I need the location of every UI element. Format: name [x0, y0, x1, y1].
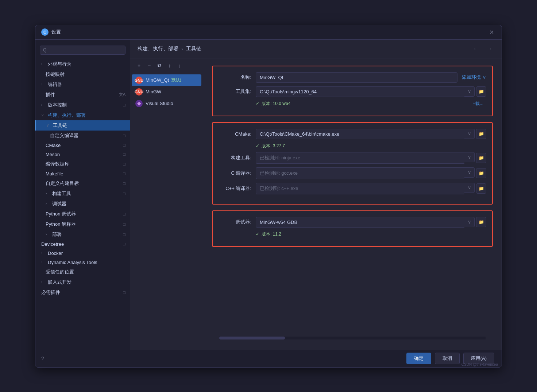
sidebar-item-docker[interactable]: › Docker	[35, 249, 130, 258]
build-tool-placeholder[interactable]: 已检测到: ninja.exe	[256, 152, 464, 164]
sidebar-item-trusted-location[interactable]: 受信任的位置	[35, 267, 130, 277]
name-input-container: 添加环境 ∨	[256, 72, 486, 83]
sidebar-item-devicetree[interactable]: Devicetree □	[35, 240, 130, 249]
help-button[interactable]: ?	[41, 356, 44, 361]
sidebar-item-python-interp[interactable]: Python 解释器 □	[35, 219, 130, 229]
tool-item-visual-studio[interactable]: ◆ Visual Studio	[132, 98, 201, 109]
breadcrumb-separator: ›	[181, 46, 183, 52]
sidebar-item-toolchain[interactable]: ∨ 工具链	[35, 120, 130, 131]
cmake-input[interactable]	[256, 129, 464, 139]
build-tool-input-group: 已检测到: ninja.exe ∨	[256, 152, 475, 164]
cmake-input-group: ∨	[256, 129, 475, 139]
sidebar-item-vcs[interactable]: › 版本控制 □	[35, 100, 130, 110]
cmake-row: CMake: ∨ 📁	[219, 129, 486, 139]
debugger-dropdown-button[interactable]: ∨	[464, 217, 475, 227]
toolset-input[interactable]	[256, 86, 464, 97]
sidebar-item-debugger[interactable]: › 调试器	[35, 199, 130, 209]
cpp-compiler-input-group: 已检测到: c++.exe ∨	[256, 183, 475, 194]
nav-arrows: ← →	[471, 45, 494, 53]
close-button[interactable]: ✕	[487, 28, 496, 36]
check-icon-2: ✓	[256, 143, 259, 148]
right-header: 构建、执行、部署 › 工具链 ← →	[130, 40, 502, 58]
toolset-dropdown-button[interactable]: ∨	[464, 86, 475, 97]
vs-icon: ◆	[135, 100, 143, 107]
tool-panel: + − ⧉ ↑ ↓ GNU MinGW_Qt (默认) GNU	[130, 58, 203, 350]
cpp-compiler-placeholder[interactable]: 已检测到: c++.exe	[256, 183, 464, 194]
sidebar-item-plugins[interactable]: 插件 文A	[35, 90, 130, 100]
check-icon: ✓	[256, 101, 259, 106]
search-input[interactable]	[49, 47, 122, 53]
cmake-input-container: ∨ 📁	[256, 129, 486, 139]
chevron-right-icon: ›	[41, 62, 46, 66]
c-compiler-input-group: 已检测到: gcc.exe ∨	[256, 167, 475, 179]
sidebar-item-appearance[interactable]: › 外观与行为	[35, 59, 130, 69]
move-up-button[interactable]: ↑	[165, 61, 174, 70]
name-input[interactable]	[256, 72, 457, 83]
python-interp-badge: □	[123, 222, 125, 226]
cpp-compiler-input-container: 已检测到: c++.exe ∨ 📁	[256, 183, 486, 194]
sidebar-item-deploy[interactable]: › 部署 □	[35, 229, 130, 240]
ok-button[interactable]: 确定	[406, 353, 431, 364]
sidebar-item-embedded[interactable]: › 嵌入式开发	[35, 277, 130, 287]
build-tool-dropdown-button[interactable]: ∨	[464, 152, 475, 162]
watermark: CSDN @theRavensea	[461, 362, 498, 366]
debugger-input[interactable]	[256, 217, 464, 228]
sidebar-item-makefile[interactable]: Makefile □	[35, 169, 130, 178]
c-compiler-placeholder[interactable]: 已检测到: gcc.exe	[256, 167, 464, 179]
cmake-section: CMake: ∨ 📁 ✓ 版	[212, 122, 493, 205]
chevron-down-icon: ∨	[41, 113, 46, 117]
debugger-input-group: ∨	[256, 217, 475, 228]
tool-item-mingw-qt[interactable]: GNU MinGW_Qt (默认)	[132, 74, 201, 86]
sidebar-item-editor[interactable]: › 编辑器	[35, 79, 130, 90]
sidebar-item-dynamic-analysis[interactable]: › Dynamic Analysis Tools	[35, 258, 130, 267]
cpp-compiler-row: C++ 编译器: 已检测到: c++.exe ∨ 📁	[219, 183, 486, 194]
forward-arrow[interactable]: →	[484, 45, 494, 53]
build-tool-browse-button[interactable]: 📁	[476, 153, 486, 163]
right-panel: 构建、执行、部署 › 工具链 ← → + − ⧉ ↑	[130, 40, 502, 350]
tool-item-mingw[interactable]: GNU MinGW	[132, 86, 201, 98]
toolset-browse-button[interactable]: 📁	[476, 86, 486, 97]
sidebar-item-build-tools[interactable]: › 构建工具 □	[35, 189, 130, 199]
sidebar-item-python-debug[interactable]: Python 调试器 □	[35, 209, 130, 219]
debugger-browse-button[interactable]: 📁	[476, 217, 486, 227]
remove-tool-button[interactable]: −	[145, 61, 154, 70]
dialog-footer: ? 确定 取消 应用(A) CSDN @theRavensea	[35, 350, 502, 367]
dialog-title: 设置	[51, 29, 61, 35]
sidebar-item-custom-target[interactable]: 自定义构建目标 □	[35, 178, 130, 189]
c-compiler-browse-button[interactable]: 📁	[476, 168, 486, 178]
sidebar-item-custom-compiler[interactable]: 自定义编译器 □	[35, 131, 130, 141]
cmake-dropdown-button[interactable]: ∨	[464, 129, 475, 139]
download-link[interactable]: 下载...	[471, 101, 483, 107]
sidebar-item-build[interactable]: ∨ 构建、执行、部署	[35, 110, 130, 120]
sidebar-item-compile-db[interactable]: 编译数据库 □	[35, 159, 130, 169]
add-tool-button[interactable]: +	[135, 61, 143, 70]
chevron-right-icon: ›	[41, 251, 46, 255]
add-env-button[interactable]: 添加环境 ∨	[462, 74, 486, 81]
tool-label-vs: Visual Studio	[146, 101, 173, 106]
horizontal-scrollbar[interactable]	[219, 337, 486, 339]
sidebar-item-keymaps[interactable]: 按键映射	[35, 69, 130, 79]
name-label: 名称:	[219, 74, 251, 81]
cmake-browse-button[interactable]: 📁	[476, 129, 486, 139]
c-compiler-row: C 编译器: 已检测到: gcc.exe ∨ 📁	[219, 167, 486, 179]
debugger-label: 调试器:	[219, 219, 251, 225]
build-tool-label: 构建工具:	[219, 155, 251, 161]
sidebar-item-required-plugins[interactable]: 必需插件 □	[35, 287, 130, 298]
copy-tool-button[interactable]: ⧉	[155, 61, 164, 70]
makefile-badge: □	[123, 171, 125, 176]
cpp-compiler-dropdown-button[interactable]: ∨	[464, 183, 475, 193]
cancel-button[interactable]: 取消	[435, 353, 460, 364]
toolset-version-row: ✓ 版本: 10.0 w64 下载...	[219, 101, 486, 107]
main-content: Q › 外观与行为 按键映射 › 编辑器 插件 文A › 版本控制	[35, 40, 502, 350]
sidebar-item-cmake[interactable]: CMake □	[35, 141, 130, 150]
cpp-compiler-browse-button[interactable]: 📁	[476, 183, 486, 194]
search-box[interactable]: Q	[40, 46, 125, 55]
sidebar-item-meson[interactable]: Meson □	[35, 150, 130, 159]
c-compiler-dropdown-button[interactable]: ∨	[464, 167, 475, 178]
tool-default-badge: (默认)	[170, 77, 181, 83]
debugger-input-container: ∨ 📁	[256, 217, 486, 228]
move-down-button[interactable]: ↓	[175, 61, 184, 70]
back-arrow[interactable]: ←	[471, 45, 481, 53]
gnu-icon-2: GNU	[135, 88, 143, 96]
breadcrumb: 构建、执行、部署 › 工具链	[138, 46, 471, 52]
